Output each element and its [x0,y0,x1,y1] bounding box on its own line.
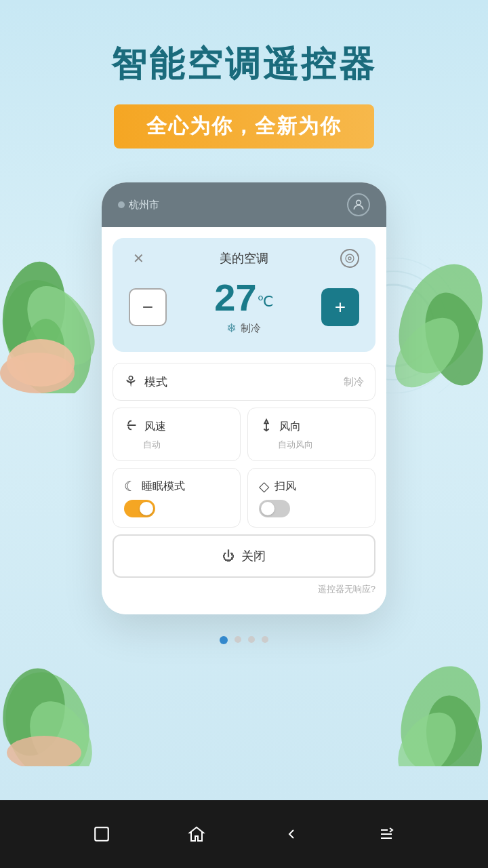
ac-panel: ✕ 美的空调 − 27℃ ❄ 制冷 [102,238,386,614]
nav-home-button[interactable] [184,822,209,846]
location-text: 杭州市 [129,199,159,212]
sweep-title: ◇ 扫风 [259,478,364,494]
sleep-label: 睡眠模式 [142,479,185,494]
increase-temp-button[interactable]: + [321,288,359,326]
wind-dir-title: 风向 [259,418,364,436]
svg-point-9 [7,339,75,387]
sweep-toggle-row [259,500,364,517]
snowflake-icon: ❄ [226,321,237,336]
pagination-dots [220,636,268,644]
wind-dir-label: 风向 [279,420,301,434]
mode-control-row[interactable]: ⚘ 模式 制冷 [113,363,375,401]
wind-speed-card[interactable]: 风速 自动 [113,408,241,461]
svg-marker-24 [190,827,203,841]
remote-link[interactable]: 遥控器无响应? [102,583,386,601]
wind-speed-value: 自动 [143,439,229,451]
mode-current-value: 制冷 [344,376,364,389]
temperature-row: − 27℃ ❄ 制冷 + [129,279,359,336]
wind-speed-label: 风速 [144,420,166,434]
svg-rect-23 [95,827,108,841]
wind-dir-card[interactable]: 风向 自动风向 [247,408,375,461]
ac-name: 美的空调 [220,250,268,267]
ac-top-section: ✕ 美的空调 − 27℃ ❄ 制冷 [113,238,375,352]
location-info: 杭州市 [118,199,159,212]
power-button[interactable]: ⏻ 关闭 [113,534,375,578]
mode-icon: ⚘ [124,373,138,391]
nav-menu-button[interactable] [374,822,399,846]
temperature-value: 27 [214,276,256,319]
temperature-display: 27℃ ❄ 制冷 [214,279,273,336]
temp-unit: ℃ [257,293,274,310]
page-title: 智能空调遥控器 [111,41,377,88]
sweep-toggle[interactable] [259,500,290,517]
main-content: 智能空调遥控器 全心为你，全新为你 杭州市 ✕ [0,0,488,800]
bottom-left-deco [0,617,115,766]
sweep-toggle-knob [261,502,274,515]
user-icon[interactable] [347,193,370,216]
decrease-temp-button[interactable]: − [129,288,167,326]
svg-point-13 [357,200,361,205]
svg-point-15 [346,254,354,262]
sleep-toggle-knob [140,502,153,515]
nav-back-button[interactable] [279,822,304,846]
sleep-title: ☾ 睡眠模式 [124,478,229,494]
deco-right-leaves [386,217,488,407]
phone-mockup: 杭州市 ✕ 美的空调 [102,182,386,614]
close-button[interactable]: ✕ [129,249,148,268]
power-icon: ⏻ [222,549,235,564]
controls-section: ⚘ 模式 制冷 风速 [102,363,386,528]
svg-point-14 [348,257,351,260]
sleep-toggle[interactable] [124,500,155,517]
sleep-sweep-grid: ☾ 睡眠模式 ◇ 扫风 [113,468,375,528]
dot-4[interactable] [262,636,268,643]
mode-left: ⚘ 模式 [124,373,167,391]
power-label: 关闭 [241,548,266,564]
nav-square-button[interactable] [89,822,114,846]
dot-2[interactable] [235,636,241,643]
location-dot-icon [118,201,125,208]
deco-left-leaves [0,190,108,393]
sleep-mode-card[interactable]: ☾ 睡眠模式 [113,468,241,528]
dot-1[interactable] [220,636,228,644]
subtitle-banner: 全心为你，全新为你 [114,104,374,149]
settings-icon[interactable] [340,249,359,268]
wind-dir-value: 自动风向 [278,439,364,451]
sweep-label: 扫风 [274,479,296,494]
sweep-icon: ◇ [259,478,269,494]
bottom-right-deco [386,631,488,766]
sleep-toggle-row [124,500,229,517]
android-nav-bar [0,800,488,868]
wind-dir-icon [259,418,274,436]
sleep-icon: ☾ [124,478,136,494]
sweep-card[interactable]: ◇ 扫风 [247,468,375,528]
dot-3[interactable] [248,636,255,643]
phone-header: 杭州市 [102,182,386,227]
mode-display: ❄ 制冷 [214,321,273,336]
mode-label: 模式 [144,374,167,390]
wind-speed-icon [124,418,139,436]
wind-controls-grid: 风速 自动 [113,408,375,461]
ac-title-row: ✕ 美的空调 [129,249,359,268]
wind-speed-title: 风速 [124,418,229,436]
